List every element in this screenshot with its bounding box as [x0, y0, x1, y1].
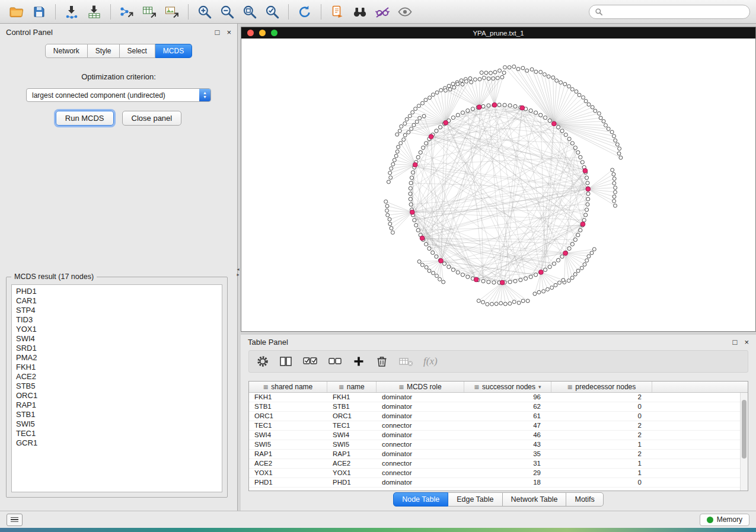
table-row[interactable]: STB1STB1dominator620	[249, 402, 740, 412]
mcds-result-item[interactable]: CAR1	[12, 296, 222, 306]
memory-button[interactable]: Memory	[700, 514, 749, 526]
column-header[interactable]: ▦predecessor nodes	[551, 382, 652, 392]
mcds-result-item[interactable]: SWI5	[12, 419, 222, 429]
table-cell: 1	[551, 469, 652, 477]
mcds-result-item[interactable]: PHD1	[12, 287, 222, 296]
close-panel-button[interactable]: Close panel	[122, 111, 182, 126]
tab-network-table[interactable]: Network Table	[503, 492, 567, 507]
tab-network[interactable]: Network	[45, 44, 88, 58]
table-row[interactable]: SWI5SWI5connector431	[249, 440, 740, 450]
column-type-icon: ▦	[398, 384, 404, 390]
hide-column-button[interactable]	[398, 354, 413, 369]
table-row[interactable]: PHD1PHD1dominator180	[249, 478, 740, 488]
table-row[interactable]: TEC1TEC1connector472	[249, 421, 740, 431]
table-row[interactable]: ORC1ORC1dominator610	[249, 412, 740, 421]
float-table-panel-icon[interactable]: □	[733, 338, 738, 346]
table-row[interactable]: FKH1FKH1dominator962	[249, 393, 740, 402]
mcds-result-item[interactable]: STB5	[12, 382, 222, 391]
table-cell: PHD1	[249, 478, 327, 487]
table-cell-filler	[652, 459, 740, 468]
table-row[interactable]: ACE2ACE2connector311	[249, 459, 740, 469]
zoom-selected-button[interactable]	[261, 2, 283, 21]
mcds-result-item[interactable]: SWI4	[12, 334, 222, 344]
mcds-result-item[interactable]: STB1	[12, 410, 222, 419]
import-network-button[interactable]	[61, 2, 82, 21]
mcds-result-item[interactable]: GCR1	[12, 438, 222, 448]
tab-edge-table[interactable]: Edge Table	[448, 492, 502, 507]
mcds-result-item[interactable]: ACE2	[12, 372, 222, 382]
export-image-button[interactable]	[161, 2, 183, 21]
optimization-criterion-select[interactable]: largest connected component (undirected)…	[26, 88, 211, 102]
table-row[interactable]: SWI4SWI4dominator462	[249, 431, 740, 440]
tab-motifs[interactable]: Motifs	[566, 492, 603, 507]
column-header[interactable]: ▦name	[327, 382, 377, 392]
scrollbar-thumb[interactable]	[742, 400, 747, 459]
zoom-in-button[interactable]	[194, 2, 215, 21]
column-header[interactable]: ▦shared name	[249, 382, 327, 392]
search-box[interactable]	[589, 5, 750, 19]
find-button[interactable]	[349, 2, 371, 21]
mcds-result-item[interactable]: YOX1	[12, 325, 222, 334]
show-all-button[interactable]	[394, 2, 416, 21]
close-table-panel-icon[interactable]: ×	[744, 338, 749, 346]
import-table-icon	[87, 5, 102, 19]
column-header-label: shared name	[271, 383, 312, 391]
column-header[interactable]: ▦successor nodes▾	[464, 382, 551, 392]
share-document-button[interactable]	[327, 2, 348, 21]
import-table-button[interactable]	[84, 2, 105, 21]
mcds-result-item[interactable]: RAP1	[12, 400, 222, 410]
table-row[interactable]: RAP1RAP1dominator352	[249, 450, 740, 459]
create-column-button[interactable]	[352, 354, 365, 369]
deselect-all-rows-button[interactable]	[328, 354, 342, 369]
apply-layout-button[interactable]	[294, 2, 315, 21]
table-cell: SWI5	[249, 440, 327, 449]
optimization-criterion-label: Optimization criterion:	[0, 72, 237, 81]
mcds-result-list[interactable]: PHD1CAR1STP4TID3YOX1SWI4SRD1PMA2FKH1ACE2…	[11, 284, 222, 492]
minimize-window-icon[interactable]	[259, 30, 266, 36]
function-builder-button[interactable]: f(x)	[423, 355, 438, 367]
tab-mcds[interactable]: MCDS	[155, 44, 192, 58]
network-canvas[interactable]	[241, 39, 755, 331]
eye-icon	[397, 5, 413, 19]
table-cell: ORC1	[249, 412, 327, 421]
mcds-result-item[interactable]: PMA2	[12, 353, 222, 363]
export-network-button[interactable]	[116, 2, 138, 21]
mcds-result-item[interactable]: ORC1	[12, 391, 222, 400]
table-cell: 46	[464, 431, 551, 440]
export-table-button[interactable]	[139, 2, 160, 21]
panel-divider-handle[interactable]: ◂▸	[235, 264, 241, 280]
mcds-result-item[interactable]: SRD1	[12, 344, 222, 353]
delete-column-button[interactable]	[375, 354, 388, 369]
run-mcds-button[interactable]: Run MCDS	[56, 111, 114, 126]
import-network-icon	[64, 5, 79, 19]
search-input[interactable]	[606, 8, 744, 16]
hide-selected-button[interactable]	[372, 2, 393, 21]
close-window-icon[interactable]	[247, 30, 254, 36]
show-columns-button[interactable]	[279, 354, 292, 369]
zoom-out-button[interactable]	[216, 2, 238, 21]
select-all-rows-button[interactable]	[302, 354, 318, 369]
column-type-icon: ▦	[567, 384, 573, 390]
mcds-result-item[interactable]: STP4	[12, 306, 222, 315]
network-window-titlebar[interactable]: YPA_prune.txt_1	[241, 27, 755, 39]
open-file-button[interactable]	[6, 2, 27, 21]
table-row[interactable]: YOX1YOX1connector291	[249, 469, 740, 478]
status-menu-button[interactable]	[7, 514, 23, 526]
zoom-out-magnifier-icon	[219, 4, 235, 20]
export-table-icon	[142, 5, 157, 19]
save-session-button[interactable]	[28, 2, 50, 21]
mcds-result-item[interactable]: TID3	[12, 315, 222, 325]
table-settings-button[interactable]	[256, 354, 269, 369]
table-cell: SWI4	[327, 431, 377, 440]
mcds-result-item[interactable]: TEC1	[12, 429, 222, 438]
tab-select[interactable]: Select	[120, 44, 155, 58]
mcds-result-item[interactable]: FKH1	[12, 363, 222, 372]
zoom-fit-button[interactable]	[239, 2, 260, 21]
column-header[interactable]: ▦MCDS role	[377, 382, 464, 392]
tab-node-table[interactable]: Node Table	[393, 492, 448, 507]
close-panel-icon[interactable]: ×	[227, 28, 231, 36]
tab-style[interactable]: Style	[88, 44, 120, 58]
table-scrollbar[interactable]	[740, 393, 748, 491]
zoom-window-icon[interactable]	[271, 30, 277, 36]
float-panel-icon[interactable]: □	[215, 28, 220, 36]
